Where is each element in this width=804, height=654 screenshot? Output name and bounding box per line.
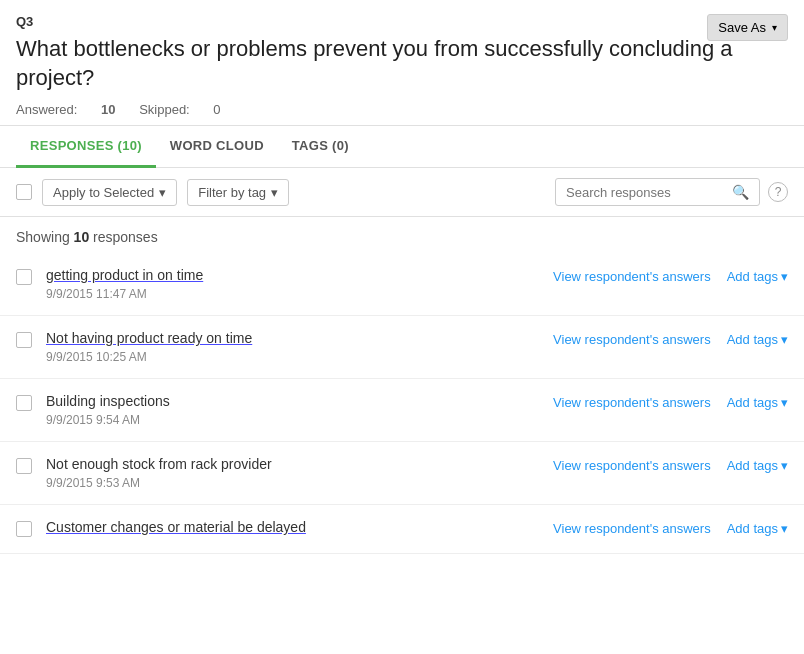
response-item: Not having product ready on time9/9/2015… [0,316,804,379]
response-date: 9/9/2015 11:47 AM [46,287,553,301]
response-content: Not enough stock from rack provider9/9/2… [46,456,553,490]
help-icon[interactable]: ? [768,182,788,202]
responses-suffix: responses [93,229,158,245]
question-id: Q3 [16,14,788,29]
response-item: Building inspections9/9/2015 9:54 AMView… [0,379,804,442]
apply-chevron-icon [159,185,166,200]
response-actions: View respondent's answersAdd tags [553,519,788,536]
response-content: getting product in on time9/9/2015 11:47… [46,267,553,301]
add-tags-chevron-icon [781,269,788,284]
response-date: 9/9/2015 9:53 AM [46,476,553,490]
response-text: getting product in on time [46,267,203,283]
search-input[interactable] [566,185,726,200]
filter-chevron-icon [271,185,278,200]
search-box[interactable]: 🔍 [555,178,760,206]
apply-to-selected-button[interactable]: Apply to Selected [42,179,177,206]
answered-label: Answered: 10 [16,102,119,117]
response-actions: View respondent's answersAdd tags [553,393,788,410]
answered-count: 10 [101,102,115,117]
response-actions: View respondent's answersAdd tags [553,456,788,473]
response-checkbox[interactable] [16,332,32,348]
response-checkbox[interactable] [16,458,32,474]
response-text: Not having product ready on time [46,330,252,346]
view-respondent-link[interactable]: View respondent's answers [553,269,711,284]
apply-to-selected-label: Apply to Selected [53,185,154,200]
skipped-label: Skipped: 0 [139,102,240,117]
response-content: Not having product ready on time9/9/2015… [46,330,553,364]
save-as-chevron-icon: ▾ [772,22,777,33]
response-list: getting product in on time9/9/2015 11:47… [0,253,804,554]
add-tags-chevron-icon [781,458,788,473]
select-all-checkbox[interactable] [16,184,32,200]
question-title: What bottlenecks or problems prevent you… [16,35,766,92]
response-date: 9/9/2015 9:54 AM [46,413,553,427]
response-actions: View respondent's answersAdd tags [553,267,788,284]
response-text: Building inspections [46,393,170,409]
response-count: 10 [74,229,90,245]
view-respondent-link[interactable]: View respondent's answers [553,332,711,347]
response-date: 9/9/2015 10:25 AM [46,350,553,364]
response-item: Customer changes or material be delayedV… [0,505,804,554]
filter-by-tag-button[interactable]: Filter by tag [187,179,289,206]
search-area: 🔍 ? [555,178,788,206]
add-tags-chevron-icon [781,395,788,410]
response-content: Building inspections9/9/2015 9:54 AM [46,393,553,427]
response-text: Not enough stock from rack provider [46,456,272,472]
response-item: getting product in on time9/9/2015 11:47… [0,253,804,316]
page-header: Save As ▾ Q3 What bottlenecks or problem… [0,0,804,126]
tab-tags[interactable]: TAGS (0) [278,126,363,168]
response-checkbox[interactable] [16,521,32,537]
showing-label: Showing [16,229,70,245]
view-respondent-link[interactable]: View respondent's answers [553,395,711,410]
question-meta: Answered: 10 Skipped: 0 [16,102,788,117]
add-tags-button[interactable]: Add tags [727,269,788,284]
response-item: Not enough stock from rack provider9/9/2… [0,442,804,505]
response-checkbox[interactable] [16,395,32,411]
save-as-label: Save As [718,20,766,35]
view-respondent-link[interactable]: View respondent's answers [553,458,711,473]
responses-summary: Showing 10 responses [0,217,804,253]
add-tags-chevron-icon [781,521,788,536]
add-tags-button[interactable]: Add tags [727,521,788,536]
tab-word-cloud[interactable]: WORD CLOUD [156,126,278,168]
search-icon: 🔍 [732,184,749,200]
response-actions: View respondent's answersAdd tags [553,330,788,347]
toolbar: Apply to Selected Filter by tag 🔍 ? [0,168,804,217]
filter-by-tag-label: Filter by tag [198,185,266,200]
tab-responses[interactable]: RESPONSES (10) [16,126,156,168]
response-text: Customer changes or material be delayed [46,519,306,535]
response-checkbox[interactable] [16,269,32,285]
response-content: Customer changes or material be delayed [46,519,553,539]
add-tags-button[interactable]: Add tags [727,395,788,410]
add-tags-chevron-icon [781,332,788,347]
view-respondent-link[interactable]: View respondent's answers [553,521,711,536]
tab-bar: RESPONSES (10) WORD CLOUD TAGS (0) [0,126,804,168]
save-as-button[interactable]: Save As ▾ [707,14,788,41]
add-tags-button[interactable]: Add tags [727,332,788,347]
add-tags-button[interactable]: Add tags [727,458,788,473]
skipped-count: 0 [213,102,220,117]
